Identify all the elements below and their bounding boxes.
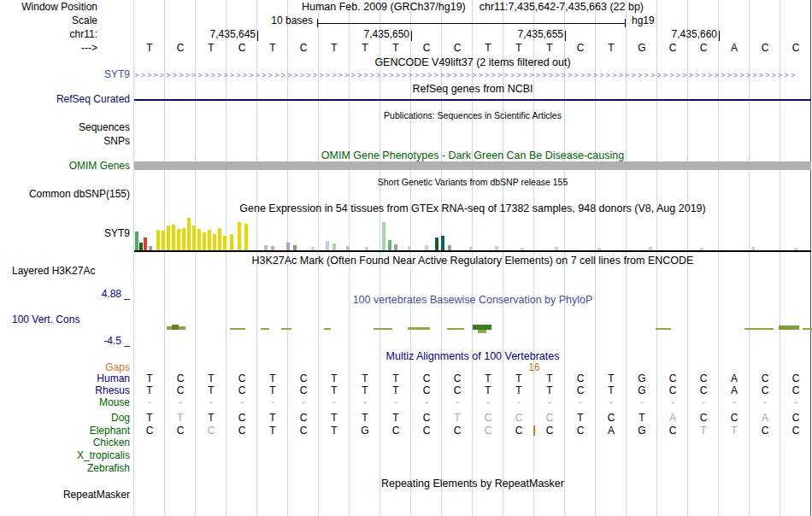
track-label-syt9-gtex[interactable]: SYT9	[104, 228, 130, 239]
alignment-base: C	[534, 425, 565, 437]
gtex-expression-bar	[177, 229, 180, 250]
alignment-base: C	[227, 413, 257, 424]
alignment-base: C	[165, 425, 196, 437]
track-title-multiz[interactable]: Multiz Alignments of 100 Vertebrates	[134, 350, 811, 362]
gtex-expression-bar	[751, 247, 755, 250]
track-label-vert-cons[interactable]: 100 Vert. Cons	[12, 314, 79, 325]
alignment-base: C	[411, 385, 442, 396]
alignment-base: C	[657, 385, 688, 396]
gtex-expression-bar	[286, 243, 290, 250]
track-title-omim[interactable]: OMIM Gene Phenotypes - Dark Green Can Be…	[134, 150, 811, 161]
track-label-repeatmasker[interactable]: RepeatMasker	[63, 490, 130, 501]
ruler-position-label: 7,435,660	[672, 29, 717, 40]
alignment-base: C	[750, 385, 780, 396]
alignment-gap-dash: -	[688, 397, 719, 408]
track-label-sequences[interactable]: Sequences	[79, 122, 130, 133]
gtex-expression-bar	[346, 246, 350, 250]
alignment-gap-dash: -	[750, 397, 780, 408]
species-label-elephant[interactable]: Elephant	[90, 425, 130, 437]
alignment-base: T	[134, 373, 165, 384]
track-title-dbsnp[interactable]: Short Genetic Variants from dbSNP releas…	[134, 176, 811, 188]
track-label-syt9-gencode[interactable]: SYT9	[104, 69, 130, 80]
alignment-base: C	[196, 425, 227, 437]
reference-base: C	[165, 43, 196, 54]
species-label-mouse[interactable]: Mouse	[99, 397, 130, 408]
alignment-base: C	[227, 373, 257, 384]
alignment-gap-dash: -	[442, 397, 473, 408]
track-title-repeatmasker[interactable]: Repeating Elements by RepeatMasker	[134, 478, 811, 490]
ruler-tick	[719, 31, 720, 41]
strand-direction-label: --->	[81, 43, 97, 54]
alignment-base: T	[257, 425, 288, 437]
species-label-x_tropicalis[interactable]: X_tropicalis	[77, 450, 130, 461]
alignment-base: C	[657, 425, 688, 437]
alignment-base: T	[350, 385, 380, 396]
phylop-conservation-mark	[230, 328, 245, 330]
gtex-expression-bar	[244, 224, 248, 250]
alignment-base: C	[380, 425, 411, 437]
alignment-base: A	[596, 425, 627, 437]
track-title-publications[interactable]: Publications: Sequences in Scientific Ar…	[134, 109, 811, 121]
alignment-base: G	[350, 425, 380, 437]
alignment-base: T	[165, 413, 196, 424]
alignment-gap-dash: -	[657, 397, 688, 408]
track-label-common-dbsnp[interactable]: Common dbSNP(155)	[29, 189, 130, 200]
alignment-base: T	[627, 413, 657, 424]
track-title-phylop[interactable]: 100 vertebrates Basewise Conservation by…	[134, 294, 811, 306]
alignment-base: C	[688, 385, 719, 396]
reference-base: C	[565, 43, 596, 54]
track-label-omim-genes[interactable]: OMIM Genes	[69, 161, 130, 172]
reference-base: C	[442, 43, 473, 54]
gtex-expression-bar	[794, 248, 797, 250]
alignment-base: T	[319, 425, 350, 437]
species-label-chicken[interactable]: Chicken	[93, 437, 130, 449]
gtex-expression-bar	[208, 230, 211, 250]
alignment-base: T	[257, 413, 288, 424]
species-label-rhesus[interactable]: Rhesus	[95, 385, 130, 396]
track-label-refseq-curated[interactable]: RefSeq Curated	[56, 94, 130, 105]
gtex-expression-bar	[435, 237, 438, 250]
alignment-base: G	[627, 385, 657, 396]
alignment-base: T	[257, 385, 288, 396]
alignment-base: T	[534, 385, 565, 396]
alignment-base: T	[350, 413, 380, 424]
gtex-expression-bar	[156, 230, 160, 250]
reference-base: T	[380, 43, 411, 54]
chromosome-label: chr11:	[70, 29, 97, 40]
gtex-expression-bar	[162, 231, 165, 250]
alignment-base: C	[719, 413, 750, 424]
alignment-gap-dash: -	[411, 397, 442, 408]
alignment-base: C	[442, 373, 473, 384]
track-title-h3k27ac[interactable]: H3K27Ac Mark (Often Found Near Active Re…	[134, 255, 811, 267]
scale-label: Scale	[72, 15, 97, 26]
gtex-expression-bar	[192, 226, 196, 250]
alignment-gap-dash: -	[196, 397, 227, 408]
alignment-base: T	[473, 373, 503, 384]
omim-gene-bar	[134, 161, 811, 170]
gtex-expression-bar	[649, 247, 652, 250]
track-label-layered-h3k27ac[interactable]: Layered H3K27Ac	[12, 266, 95, 277]
track-title-refseq[interactable]: RefSeq genes from NCBI	[134, 83, 811, 95]
species-label-human[interactable]: Human	[97, 373, 130, 384]
gtex-expression-bar	[469, 247, 473, 250]
window-position-label: Window Position	[21, 2, 97, 13]
alignment-base: C	[411, 373, 442, 384]
ruler-position-label: 7,435,645	[210, 29, 256, 40]
track-title-gencode[interactable]: GENCODE V49lift37 (2 items filtered out)	[134, 56, 811, 68]
gtex-expression-bar	[197, 229, 201, 250]
alignment-base: C	[780, 425, 811, 437]
gtex-expression-bar	[149, 246, 152, 250]
track-title-gtex[interactable]: Gene Expression in 54 tissues from GTEx …	[134, 202, 811, 214]
ruler-position-label: 7,435,655	[518, 29, 563, 40]
alignment-base: G	[627, 425, 657, 437]
reference-base: C	[657, 43, 688, 54]
alignment-base: T	[134, 413, 165, 424]
phylop-conservation-mark	[324, 328, 331, 330]
gtex-expression-bar	[441, 236, 444, 250]
phylop-max-value: 4.88 _	[102, 289, 130, 300]
alignment-base: T	[196, 385, 227, 396]
species-label-zebrafish[interactable]: Zebrafish	[87, 463, 130, 474]
phylop-conservation-mark	[374, 328, 392, 330]
species-label-dog[interactable]: Dog	[111, 413, 130, 424]
track-label-snps[interactable]: SNPs	[103, 136, 130, 147]
